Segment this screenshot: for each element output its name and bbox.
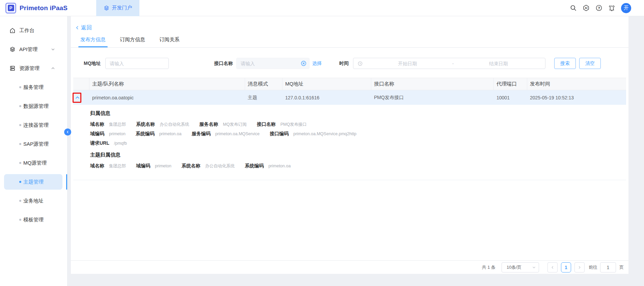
logo-text: Primeton iPaaS	[20, 4, 68, 12]
page-number-1[interactable]: 1	[561, 262, 571, 272]
topic-table: 主题/队列名称 消息模式 MQ地址 接口名称 代理端口 发布时间 primeto…	[73, 78, 626, 180]
mq-address-label: MQ地址	[84, 58, 101, 69]
sidebar-item-label: 资源管理	[19, 65, 39, 72]
page: P Primeton iPaaS 开发门户 AI ? 开	[0, 0, 644, 286]
table-row[interactable]: primeton.oa.oatopic 主题 127.0.0.1:61616 P…	[73, 90, 626, 105]
chevron-down-icon	[51, 47, 55, 52]
field-label: 域名称	[90, 163, 104, 169]
detail-row: 域名称集团总部 域编码primeton 系统名称办公自动化系统 系统编码prim…	[90, 163, 626, 169]
field-label: 请求URL	[90, 140, 109, 146]
cell-topic-name: primeton.oa.oatopic	[89, 90, 245, 105]
cell-interface-name: PMQ发布接口	[371, 90, 494, 105]
field-label: 服务编码	[192, 131, 211, 137]
header-interface-name: 接口名称	[371, 78, 494, 90]
date-range-picker[interactable]: -	[353, 58, 545, 69]
bullet-icon	[19, 105, 21, 107]
row-expander-cell	[73, 90, 89, 105]
back-label: 返回	[81, 24, 92, 31]
bell-icon[interactable]	[608, 4, 615, 11]
field-value: primeton.oa.MQService	[215, 132, 260, 136]
field-label: 接口名称	[257, 121, 276, 127]
sidebar-subitem-connector-management[interactable]: 连接器管理	[0, 116, 67, 135]
field-value: /pmqfb	[114, 141, 127, 146]
sidebar-subitem-template-management[interactable]: 模板管理	[0, 210, 67, 229]
search-button[interactable]: 搜索	[554, 58, 576, 69]
clear-input-icon[interactable]	[300, 60, 307, 67]
select-link[interactable]: 选择	[312, 58, 322, 69]
sidebar-item-resource-management[interactable]: 资源管理	[0, 59, 67, 78]
ai-assistant-icon[interactable]: AI	[583, 4, 590, 11]
bullet-icon	[19, 200, 21, 202]
field-value: PMQ发布接口	[280, 122, 307, 127]
field-value: primeton.oa.MQService.pmq2http	[293, 132, 356, 136]
next-page-button[interactable]	[574, 262, 585, 272]
field-value: MQ发布订阅	[223, 122, 247, 127]
tab-subscriber-info[interactable]: 订阅方信息	[120, 37, 145, 47]
goto-page-input[interactable]	[600, 262, 616, 272]
interface-name-label: 接口名称	[214, 58, 233, 69]
sidebar-subitem-service-management[interactable]: 服务管理	[0, 78, 67, 97]
sidebar-item-api-management[interactable]: API管理	[0, 40, 67, 59]
field-value: primeton.oa	[268, 164, 291, 168]
avatar[interactable]: 开	[621, 3, 631, 13]
sidebar-subitem-datasource-management[interactable]: 数据源管理	[0, 97, 67, 116]
goto-label: 前往	[589, 264, 597, 270]
field-value: 办公自动化系统	[205, 163, 235, 169]
bullet-icon	[19, 219, 21, 221]
start-date-input[interactable]	[365, 61, 450, 66]
field-value: primeton.oa	[159, 132, 182, 136]
bullet-icon	[19, 143, 21, 145]
tab-subscription-relation[interactable]: 订阅关系	[159, 37, 180, 47]
bullet-icon	[19, 86, 21, 88]
clear-button[interactable]: 清空	[579, 58, 601, 69]
tab-publisher-info[interactable]: 发布方信息	[80, 37, 106, 47]
field-value: 办公自动化系统	[160, 122, 189, 127]
pagination-bar: 共 1 条 10条/页 1 前往 页	[71, 260, 628, 274]
cell-proxy-port: 10001	[494, 90, 527, 105]
field-label: 系统编码	[245, 163, 264, 169]
tab-developer-portal[interactable]: 开发门户	[96, 0, 139, 16]
back-link[interactable]: 返回	[71, 24, 101, 32]
chevron-right-icon	[578, 265, 582, 269]
sidebar-subitem-sap-source-management[interactable]: SAP源管理	[0, 135, 67, 153]
resource-server-icon	[9, 65, 16, 72]
end-date-input[interactable]	[456, 61, 541, 66]
help-icon[interactable]: ?	[595, 4, 602, 11]
tab-bar: 发布方信息 订阅方信息 订阅关系	[71, 37, 628, 48]
range-separator: -	[452, 61, 454, 66]
field-label: 系统名称	[182, 163, 200, 169]
sidebar-collapse-toggle[interactable]	[64, 128, 71, 136]
field-label: 系统编码	[136, 131, 155, 137]
sidebar-subitem-mq-source-management[interactable]: MQ源管理	[0, 153, 67, 172]
sidebar: 工作台 API管理 资源管理 服务管理 数据源管理 连接器管理 SAP源管理 M…	[0, 16, 68, 286]
header-topic-name: 主题/队列名称	[89, 78, 245, 90]
header-message-mode: 消息模式	[245, 78, 283, 90]
sidebar-subitem-topic-management[interactable]: 主题管理	[4, 174, 62, 190]
sidebar-subitem-business-address[interactable]: 业务地址	[0, 191, 67, 210]
active-item-indicator	[66, 174, 67, 190]
interface-name-input[interactable]	[236, 58, 310, 69]
collapse-row-icon[interactable]	[75, 95, 80, 100]
field-value: primeton	[109, 132, 126, 136]
bullet-icon	[19, 181, 21, 183]
chevron-up-icon	[51, 66, 55, 71]
field-label: 域名称	[90, 121, 104, 127]
sidebar-item-workbench[interactable]: 工作台	[0, 21, 67, 40]
search-icon[interactable]	[570, 4, 577, 11]
page-unit-label: 页	[619, 264, 624, 270]
logo-glyph: P	[8, 5, 14, 11]
field-label: 域编码	[136, 163, 150, 169]
header-mq-address: MQ地址	[283, 78, 371, 90]
layers-icon	[104, 5, 109, 11]
api-layers-icon	[9, 46, 16, 53]
page-size-select[interactable]: 10条/页	[502, 262, 539, 272]
ownership-info-title: 归属信息	[90, 110, 626, 117]
detail-row: 域编码primeton 系统编码primeton.oa 服务编码primeton…	[90, 131, 626, 137]
cell-mq-address: 127.0.0.1:61616	[283, 90, 371, 105]
bullet-icon	[19, 124, 21, 126]
mq-address-input[interactable]	[105, 58, 169, 69]
header-publish-time: 发布时间	[527, 78, 626, 90]
logo-icon: P	[5, 3, 16, 14]
table-header-row: 主题/队列名称 消息模式 MQ地址 接口名称 代理端口 发布时间	[73, 78, 626, 90]
prev-page-button[interactable]	[547, 262, 558, 272]
